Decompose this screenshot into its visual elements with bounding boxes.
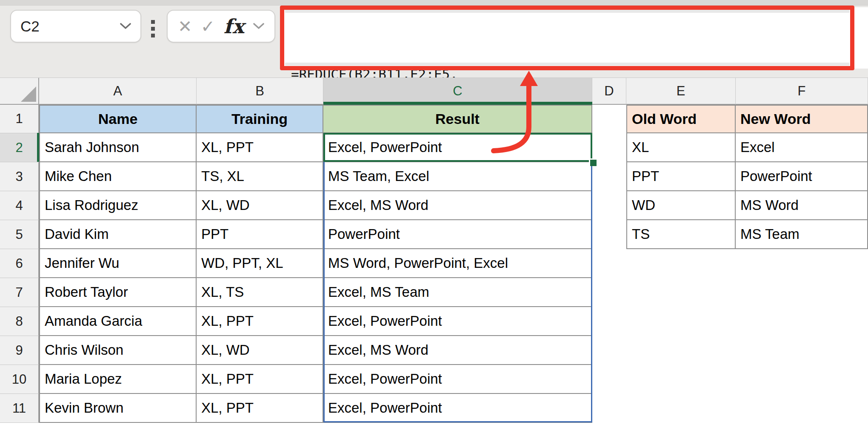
cell-D5[interactable] — [592, 220, 626, 249]
cell-D11[interactable] — [592, 394, 626, 423]
selected-column-underline — [323, 102, 592, 105]
cell-A11[interactable]: Kevin Brown — [39, 394, 197, 423]
cell-E3[interactable]: PPT — [626, 162, 736, 191]
row-header-1[interactable]: 1 — [0, 105, 39, 133]
cell-B9[interactable]: XL, WD — [197, 336, 323, 365]
cell-F9[interactable] — [736, 336, 868, 365]
cell-B6[interactable]: WD, PPT, XL — [197, 249, 323, 278]
cell-A3[interactable]: Mike Chen — [39, 162, 197, 191]
column-header-e[interactable]: E — [626, 78, 736, 105]
cell-D7[interactable] — [592, 278, 626, 307]
cell-B5[interactable]: PPT — [197, 220, 323, 249]
cell-F5[interactable]: MS Team — [736, 220, 868, 249]
cell-F6[interactable] — [736, 249, 868, 278]
cell-E8[interactable] — [626, 307, 736, 336]
row-header-11[interactable]: 11 — [0, 394, 39, 423]
cell-E5[interactable]: TS — [626, 220, 736, 249]
formula-buttons-group: ✕ ✓ fx — [167, 10, 275, 43]
cell-A4[interactable]: Lisa Rodriguez — [39, 191, 197, 220]
ribbon-edge — [0, 0, 868, 6]
cell-E6[interactable] — [626, 249, 736, 278]
cell-C1[interactable]: Result — [323, 105, 592, 133]
cell-D1[interactable] — [592, 105, 626, 133]
cell-A10[interactable]: Maria Lopez — [39, 365, 197, 394]
cell-F10[interactable] — [736, 365, 868, 394]
cell-F11[interactable] — [736, 394, 868, 423]
cell-E11[interactable] — [626, 394, 736, 423]
row-header-4[interactable]: 4 — [0, 191, 39, 220]
cell-B7[interactable]: XL, TS — [197, 278, 323, 307]
cell-B11[interactable]: XL, PPT — [197, 394, 323, 423]
row-header-2[interactable]: 2 — [0, 133, 39, 162]
column-header-d[interactable]: D — [592, 78, 626, 105]
select-all-corner[interactable] — [0, 78, 39, 105]
row-header-8[interactable]: 8 — [0, 307, 39, 336]
cell-B3[interactable]: TS, XL — [197, 162, 323, 191]
row-header-3[interactable]: 3 — [0, 162, 39, 191]
column-header-f[interactable]: F — [736, 78, 868, 105]
cell-A7[interactable]: Robert Taylor — [39, 278, 197, 307]
cell-E1[interactable]: Old Word — [626, 105, 736, 133]
cell-A5[interactable]: David Kim — [39, 220, 197, 249]
cell-F4[interactable]: MS Word — [736, 191, 868, 220]
cell-D8[interactable] — [592, 307, 626, 336]
row-header-6[interactable]: 6 — [0, 249, 39, 278]
formula-bar-row: C2 ✕ ✓ fx =REDUCE(B2:B11,E2:E5, LAMBDA(a… — [0, 0, 868, 78]
cell-E7[interactable] — [626, 278, 736, 307]
cell-A1[interactable]: Name — [39, 105, 197, 133]
chevron-down-icon[interactable] — [120, 23, 131, 29]
cell-F3[interactable]: PowerPoint — [736, 162, 868, 191]
selected-row-indicator — [37, 133, 39, 162]
drag-handle-dots-icon[interactable] — [151, 20, 155, 37]
cell-B2[interactable]: XL, PPT — [197, 133, 323, 162]
column-header-c[interactable]: C — [323, 78, 592, 105]
active-cell-border — [323, 133, 592, 162]
row-header-9[interactable]: 9 — [0, 336, 39, 365]
cell-F7[interactable] — [736, 278, 868, 307]
cell-A8[interactable]: Amanda Garcia — [39, 307, 197, 336]
enter-icon[interactable]: ✓ — [201, 18, 215, 35]
cell-D4[interactable] — [592, 191, 626, 220]
insert-function-icon[interactable]: fx — [224, 15, 245, 38]
chevron-down-icon[interactable] — [253, 23, 264, 29]
cell-F8[interactable] — [736, 307, 868, 336]
cell-E9[interactable] — [626, 336, 736, 365]
red-highlight-box — [280, 6, 854, 70]
excel-window: C2 ✕ ✓ fx =REDUCE(B2:B11,E2:E5, LAMBDA(a… — [0, 0, 868, 425]
cell-F1[interactable]: New Word — [736, 105, 868, 133]
name-box-value: C2 — [20, 18, 40, 35]
cancel-icon[interactable]: ✕ — [178, 18, 192, 35]
row-header-10[interactable]: 10 — [0, 365, 39, 394]
cell-D3[interactable] — [592, 162, 626, 191]
spill-range-border — [323, 161, 592, 422]
cell-B8[interactable]: XL, PPT — [197, 307, 323, 336]
cell-D2[interactable] — [592, 133, 626, 162]
cell-B1[interactable]: Training — [197, 105, 323, 133]
cell-E4[interactable]: WD — [626, 191, 736, 220]
column-header-a[interactable]: A — [39, 78, 197, 105]
cell-F2[interactable]: Excel — [736, 133, 868, 162]
cell-A9[interactable]: Chris Wilson — [39, 336, 197, 365]
cell-E10[interactable] — [626, 365, 736, 394]
cell-D9[interactable] — [592, 336, 626, 365]
column-header-b[interactable]: B — [197, 78, 323, 105]
cell-A6[interactable]: Jennifer Wu — [39, 249, 197, 278]
name-box[interactable]: C2 — [10, 10, 141, 43]
fill-handle[interactable] — [589, 158, 597, 166]
cell-D6[interactable] — [592, 249, 626, 278]
cell-E2[interactable]: XL — [626, 133, 736, 162]
row-header-7[interactable]: 7 — [0, 278, 39, 307]
cell-B4[interactable]: XL, WD — [197, 191, 323, 220]
cell-D10[interactable] — [592, 365, 626, 394]
cell-A2[interactable]: Sarah Johnson — [39, 133, 197, 162]
cell-B10[interactable]: XL, PPT — [197, 365, 323, 394]
row-header-5[interactable]: 5 — [0, 220, 39, 249]
